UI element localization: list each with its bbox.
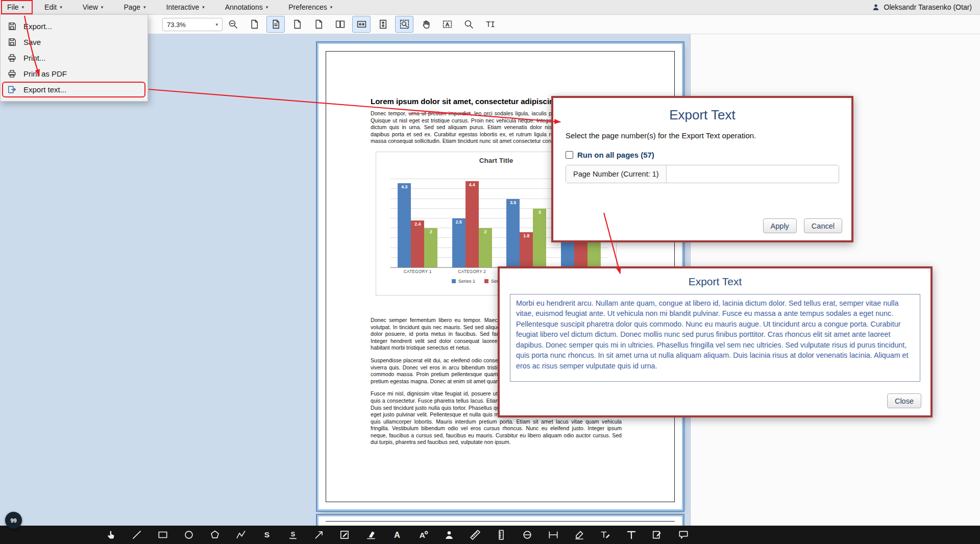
rectangle-tool[interactable] (157, 529, 168, 540)
pan-tool-button[interactable] (416, 16, 435, 33)
stamp-tool[interactable] (444, 529, 455, 540)
page-number-input-group: Page Number (Current: 1) (566, 165, 839, 183)
snapshot-button[interactable] (438, 16, 456, 33)
cancel-button[interactable]: Cancel (804, 218, 842, 233)
signature-icon (574, 529, 585, 540)
export-text-icon (7, 85, 17, 94)
ellipse-tool[interactable] (183, 529, 194, 540)
distance-measure-tool[interactable] (470, 529, 481, 540)
svg-text:S: S (291, 531, 295, 538)
squiggly-underline-tool[interactable]: S (287, 529, 299, 540)
arrow-tool[interactable] (313, 529, 325, 540)
page-number-input[interactable] (667, 165, 839, 183)
zoom-level-value: 73.3% (167, 21, 186, 29)
run-all-pages-label: Run on all pages (57) (577, 151, 654, 159)
menu-annotations[interactable]: Annotations▾ (225, 3, 268, 11)
pdf-page-next[interactable] (318, 516, 682, 526)
bar-value-label: 2 (424, 229, 437, 234)
menu-interactive[interactable]: Interactive▾ (166, 3, 205, 11)
zoom-out-button[interactable] (224, 16, 242, 33)
exported-text-area[interactable]: Morbi eu hendrerit arcu. Nullam ante qua… (510, 294, 920, 382)
polygon-tool[interactable] (209, 529, 220, 540)
speech-bubble-icon (678, 529, 689, 540)
chevron-down-icon: ▾ (202, 5, 205, 10)
menu-item-label: Export text... (23, 85, 66, 94)
cover-page-button[interactable] (309, 16, 328, 33)
bar-value-label: 3 (533, 210, 546, 215)
arrow-icon (313, 529, 325, 540)
menu-item-save[interactable]: Save (1, 34, 148, 50)
dialog-description: Select the page number(s) for the Export… (566, 131, 839, 140)
menu-page[interactable]: Page▾ (124, 3, 145, 11)
run-all-pages-checkbox[interactable] (566, 151, 573, 159)
polygon-icon (209, 529, 220, 540)
typewriter-tool[interactable]: A (391, 529, 403, 540)
facing-pages-button[interactable] (288, 16, 306, 33)
text-box-tool[interactable]: A (418, 529, 429, 540)
legend-entry: Series 1 (452, 279, 475, 284)
menu-item-print[interactable]: Print... (1, 50, 148, 66)
select-hand-tool[interactable] (105, 529, 116, 540)
pencil-annotation-tool[interactable] (339, 529, 351, 540)
strikethrough-annotation[interactable]: urna ut pretium imperdiet (408, 110, 471, 116)
legend-swatch (452, 279, 456, 283)
menu-label: Edit (44, 3, 57, 11)
menu-item-export[interactable]: Export... (1, 18, 148, 34)
fit-width-button[interactable] (352, 16, 371, 33)
perimeter-measure-tool[interactable] (548, 529, 559, 540)
notifications-badge[interactable]: 99 (5, 512, 22, 529)
signature-tool[interactable] (574, 529, 585, 540)
book-view-button[interactable] (331, 16, 349, 33)
close-button[interactable]: Close (887, 393, 921, 408)
polyline-icon (235, 529, 247, 540)
menu-edit[interactable]: Edit▾ (44, 3, 62, 11)
menu-view[interactable]: View▾ (83, 3, 104, 11)
chevron-down-icon: ▾ (266, 5, 268, 10)
menu-item-export-text[interactable]: Export text... (1, 82, 148, 97)
legend-label: Series 1 (458, 279, 475, 284)
run-all-pages-row: Run on all pages (57) (566, 151, 839, 159)
polyline-tool[interactable] (235, 529, 247, 540)
comment-tool[interactable] (678, 529, 689, 540)
chevron-down-icon: ▾ (330, 5, 333, 10)
floppy-icon (7, 21, 17, 31)
area-measure-tool[interactable] (522, 529, 533, 540)
text-ti-icon (485, 19, 496, 30)
pages-two-icon (335, 19, 346, 30)
highlighter-tool[interactable] (365, 529, 377, 540)
user-account[interactable]: Oleksandr Tarasenko (Otar) (872, 0, 972, 14)
ruler-tool[interactable] (496, 529, 507, 540)
form-field-tool[interactable] (652, 529, 663, 540)
cloud-tool[interactable]: S (261, 529, 273, 540)
menu-item-print-as-pdf[interactable]: Print as PDF (1, 66, 148, 82)
continuous-page-button[interactable] (266, 16, 285, 33)
zoom-out-icon (228, 19, 238, 30)
single-page-button[interactable] (245, 16, 263, 33)
fit-height-icon (378, 19, 388, 30)
add-text-tool[interactable] (626, 529, 637, 540)
text-select-button[interactable] (481, 16, 499, 33)
chevron-down-icon: ▾ (22, 5, 24, 10)
loupe-button[interactable] (459, 16, 478, 33)
ruler-diag-icon (470, 529, 481, 540)
chart-category-group: 2.54.42 (445, 181, 500, 267)
t-edit-icon (600, 529, 611, 540)
apply-button[interactable]: Apply (763, 218, 797, 233)
bar-series-1-cat-1: 4.3 (398, 183, 411, 267)
page-lines-icon (271, 19, 281, 30)
printer-icon (7, 53, 17, 63)
zoom-area-icon (399, 19, 410, 30)
zoom-level-select[interactable]: 73.3% ▾ (162, 18, 223, 31)
line-tool[interactable] (131, 529, 142, 540)
file-dropdown-menu: Export...SavePrint...Print as PDFExport … (0, 14, 148, 102)
fit-page-button[interactable] (374, 16, 392, 33)
pencil-square-icon (339, 529, 351, 540)
bar-series-3-cat-2: 2 (479, 228, 492, 267)
zoom-area-button[interactable] (395, 16, 413, 33)
chevron-down-icon: ▾ (215, 22, 218, 27)
menu-preferences[interactable]: Preferences▾ (288, 3, 332, 11)
chart-category-group: 3.51.83 (499, 199, 554, 267)
menu-file[interactable]: File▾ (7, 3, 24, 11)
edit-text-tool[interactable] (600, 529, 611, 540)
annotation-tools: SSAA (105, 526, 689, 544)
